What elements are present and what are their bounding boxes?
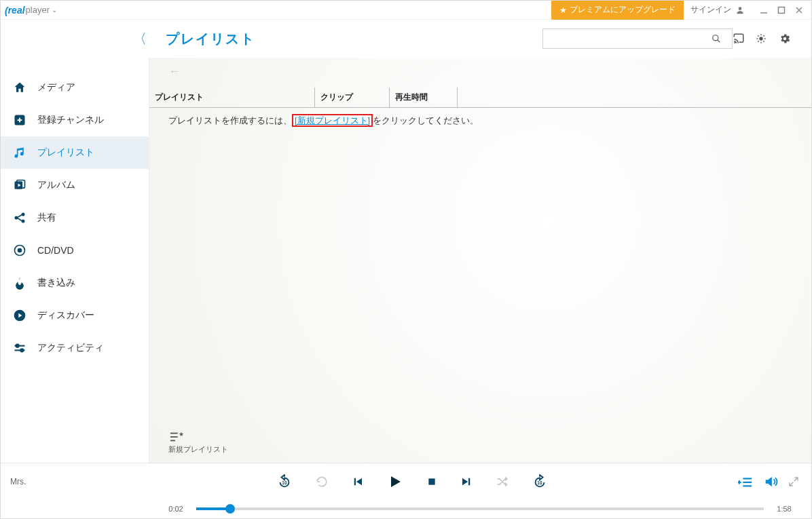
share-icon xyxy=(13,211,26,225)
user-icon xyxy=(735,5,745,15)
column-duration[interactable]: 再生時間 xyxy=(390,88,458,107)
svg-point-29 xyxy=(18,249,22,252)
plus-square-icon xyxy=(13,113,26,127)
seek-bar[interactable] xyxy=(196,507,764,510)
flame-icon xyxy=(13,276,26,290)
sidebar-item-activity[interactable]: アクティビティ xyxy=(1,332,149,364)
svg-line-15 xyxy=(758,41,758,41)
svg-line-13 xyxy=(758,35,758,36)
stop-button[interactable] xyxy=(426,476,437,487)
signin-label: サインイン xyxy=(690,4,731,16)
sidebar-item-media[interactable]: メディア xyxy=(1,71,149,104)
svg-line-27 xyxy=(18,218,22,220)
cast-icon[interactable] xyxy=(733,33,756,45)
home-icon xyxy=(13,81,26,94)
logo-real-text: real xyxy=(8,5,25,16)
sidebar-item-label: 共有 xyxy=(37,212,56,224)
album-icon xyxy=(13,178,26,192)
time-total: 1:58 xyxy=(771,505,798,513)
back-arrow-icon[interactable]: ← xyxy=(168,64,181,79)
expand-button[interactable] xyxy=(788,476,799,487)
search-input[interactable] xyxy=(543,34,712,44)
seek-knob[interactable] xyxy=(225,504,235,514)
sidebar-item-burn[interactable]: 書き込み xyxy=(1,267,149,299)
svg-point-0 xyxy=(739,7,742,10)
column-clip[interactable]: クリップ xyxy=(315,88,390,107)
settings-icon[interactable] xyxy=(779,33,802,45)
sidebar-item-share[interactable]: 共有 xyxy=(1,201,149,234)
svg-rect-44 xyxy=(428,478,435,484)
sidebar-item-label: メディア xyxy=(37,81,75,94)
svg-rect-41 xyxy=(354,478,356,485)
svg-point-34 xyxy=(16,345,19,347)
content-area: ← プレイリスト クリップ 再生時間 プレイリストを作成するには、[新規プレイリ… xyxy=(149,58,811,463)
svg-point-35 xyxy=(20,349,23,351)
svg-point-23 xyxy=(15,216,18,220)
svg-point-5 xyxy=(713,35,718,41)
disc-icon xyxy=(13,244,26,257)
svg-line-26 xyxy=(18,215,22,217)
brightness-icon[interactable] xyxy=(756,33,779,44)
sidebar-item-label: CD/DVD xyxy=(37,245,74,256)
star-icon: ★ xyxy=(559,5,567,15)
window-controls xyxy=(752,6,811,14)
svg-line-16 xyxy=(763,35,764,36)
svg-point-25 xyxy=(22,220,25,223)
rewind-10-button[interactable]: 10 xyxy=(277,474,292,489)
svg-text:★: ★ xyxy=(179,431,184,438)
svg-marker-43 xyxy=(391,476,401,487)
new-playlist-button[interactable]: ★ 新規プレイリスト xyxy=(168,431,228,455)
next-button[interactable] xyxy=(460,476,473,488)
new-playlist-label: 新規プレイリスト xyxy=(168,444,228,455)
sidebar-item-channels[interactable]: 登録チャンネル xyxy=(1,104,149,136)
sidebar-item-album[interactable]: アルバム xyxy=(1,169,149,201)
previous-button[interactable] xyxy=(352,476,364,488)
refresh-button[interactable] xyxy=(315,475,329,488)
svg-point-24 xyxy=(22,213,25,216)
signin-button[interactable]: サインイン xyxy=(684,1,752,20)
svg-rect-2 xyxy=(779,7,785,13)
sliders-icon xyxy=(13,341,26,355)
sidebar-item-cddvd[interactable]: CD/DVD xyxy=(1,234,149,267)
empty-state-message: プレイリストを作成するには、[新規プレイリスト]をクリックしてください。 xyxy=(149,108,811,127)
svg-rect-46 xyxy=(468,478,470,485)
forward-10-button[interactable]: 10 xyxy=(532,474,547,489)
svg-line-6 xyxy=(718,40,720,43)
volume-button[interactable] xyxy=(762,474,779,489)
svg-text:10: 10 xyxy=(282,480,287,484)
close-button[interactable] xyxy=(795,6,803,14)
sidebar-item-label: 書き込み xyxy=(37,277,75,289)
sidebar-item-label: アクティビティ xyxy=(37,342,104,354)
search-icon[interactable] xyxy=(712,34,732,43)
app-window: (real player ⌄ ★ プレミアムにアップグレード サインイン xyxy=(0,0,812,519)
logo-dropdown-icon[interactable]: ⌄ xyxy=(52,6,57,14)
back-chevron-icon[interactable]: 〈 xyxy=(133,30,147,48)
minimize-button[interactable] xyxy=(760,6,768,14)
new-playlist-icon: ★ xyxy=(168,431,228,443)
empty-after-text: をクリックしてください。 xyxy=(373,115,479,126)
table-header: プレイリスト クリップ 再生時間 xyxy=(149,88,811,108)
logo-player-text: player xyxy=(26,5,50,15)
subnav: ← xyxy=(149,58,811,85)
play-button[interactable] xyxy=(387,474,403,490)
queue-add-button[interactable] xyxy=(738,475,753,488)
search-box[interactable] xyxy=(542,28,733,49)
svg-point-8 xyxy=(759,37,762,40)
sidebar-item-label: 登録チャンネル xyxy=(37,114,104,126)
page-title: プレイリスト xyxy=(166,30,255,48)
play-circle-icon xyxy=(13,309,26,322)
column-playlist[interactable]: プレイリスト xyxy=(149,88,315,107)
time-current: 0:02 xyxy=(162,505,189,513)
shuffle-button[interactable] xyxy=(496,475,509,488)
new-playlist-link[interactable]: [新規プレイリスト] xyxy=(292,114,373,127)
svg-text:10: 10 xyxy=(537,480,542,484)
upgrade-premium-button[interactable]: ★ プレミアムにアップグレード xyxy=(551,1,684,20)
app-logo[interactable]: (real player ⌄ xyxy=(1,5,57,16)
svg-point-7 xyxy=(734,42,735,43)
svg-marker-42 xyxy=(356,478,362,485)
maximize-button[interactable] xyxy=(777,6,786,14)
sidebar-item-discover[interactable]: ディスカバー xyxy=(1,299,149,332)
seek-row: 0:02 1:58 xyxy=(149,499,811,518)
body: メディア 登録チャンネル プレイリスト アルバム 共有 CD/DVD xyxy=(1,58,811,463)
sidebar-item-playlist[interactable]: プレイリスト xyxy=(1,136,149,169)
